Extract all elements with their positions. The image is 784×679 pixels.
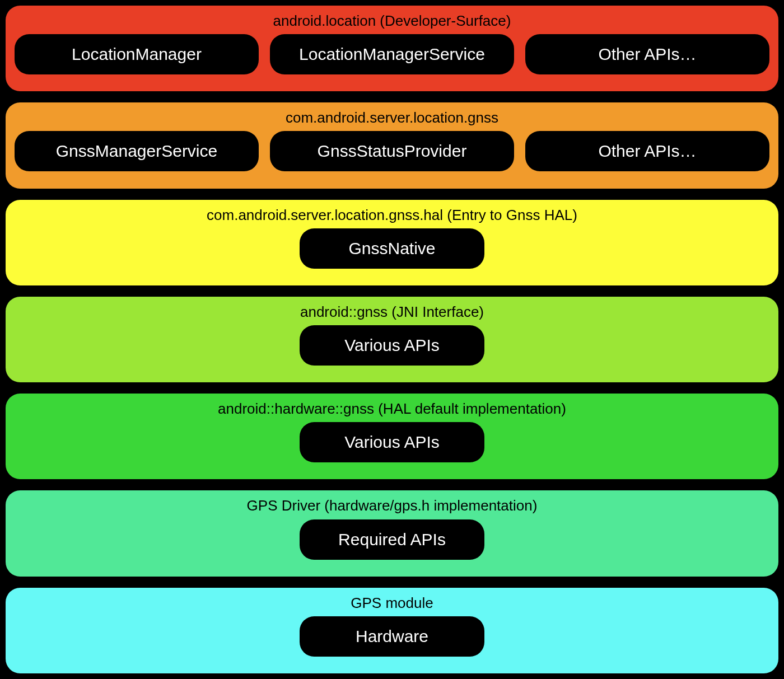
layer-gps-module: GPS module Hardware xyxy=(6,588,778,673)
layer-title: GPS Driver (hardware/gps.h implementatio… xyxy=(15,497,769,514)
api-box: Various APIs xyxy=(300,325,484,366)
layer-title: com.android.server.location.gnss.hal (En… xyxy=(15,207,769,224)
layer-row: LocationManager LocationManagerService O… xyxy=(15,34,769,74)
api-box: Other APIs… xyxy=(525,34,769,74)
layer-title: android::hardware::gnss (HAL default imp… xyxy=(15,400,769,418)
layer-gnss-hal-entry: com.android.server.location.gnss.hal (En… xyxy=(6,200,778,285)
api-box: GnssNative xyxy=(300,228,484,269)
layer-gps-driver: GPS Driver (hardware/gps.h implementatio… xyxy=(6,490,778,576)
layer-row: Required APIs xyxy=(15,519,769,560)
layer-stack: android.location (Developer-Surface) Loc… xyxy=(0,0,784,679)
layer-title: com.android.server.location.gnss xyxy=(15,109,769,127)
layer-row: Various APIs xyxy=(15,422,769,462)
layer-row: Hardware xyxy=(15,616,769,657)
api-box: LocationManager xyxy=(15,34,259,74)
api-box: Various APIs xyxy=(300,422,484,462)
layer-title: android.location (Developer-Surface) xyxy=(15,12,769,30)
layer-row: Various APIs xyxy=(15,325,769,366)
api-box: LocationManagerService xyxy=(270,34,514,74)
layer-android-location: android.location (Developer-Surface) Loc… xyxy=(6,6,778,91)
api-box: Other APIs… xyxy=(525,131,769,171)
layer-row: GnssNative xyxy=(15,228,769,269)
layer-title: GPS module xyxy=(15,594,769,612)
layer-gnss-hal-impl: android::hardware::gnss (HAL default imp… xyxy=(6,394,778,479)
api-box: Hardware xyxy=(300,616,484,657)
layer-row: GnssManagerService GnssStatusProvider Ot… xyxy=(15,131,769,171)
layer-gnss-server: com.android.server.location.gnss GnssMan… xyxy=(6,102,778,188)
api-box: GnssStatusProvider xyxy=(270,131,514,171)
layer-gnss-jni: android::gnss (JNI Interface) Various AP… xyxy=(6,297,778,382)
api-box: Required APIs xyxy=(300,519,484,560)
layer-title: android::gnss (JNI Interface) xyxy=(15,303,769,321)
api-box: GnssManagerService xyxy=(15,131,259,171)
